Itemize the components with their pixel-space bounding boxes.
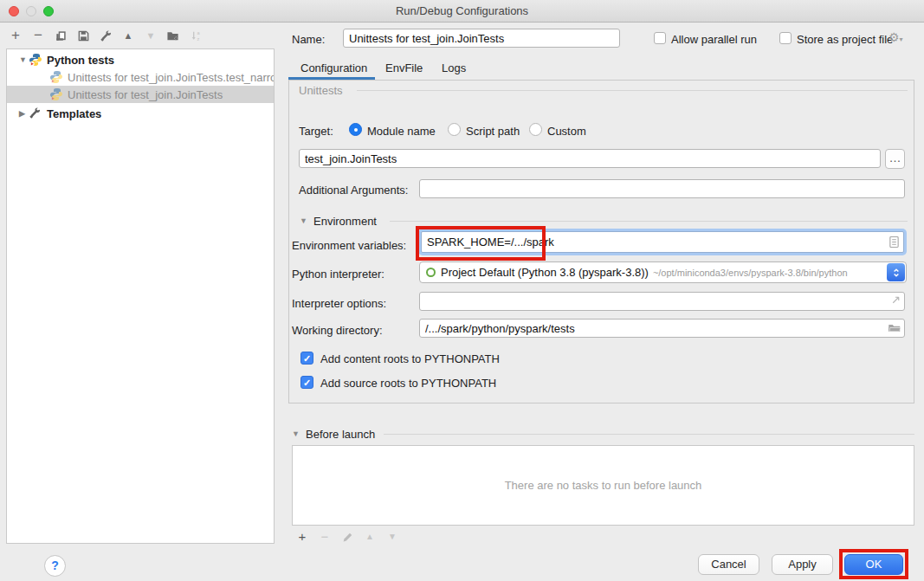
working-directory-input[interactable] (419, 319, 905, 338)
expand-field-icon[interactable] (890, 294, 901, 308)
environment-variables-field-wrap (418, 229, 907, 255)
no-tasks-message: There are no tasks to run before launch (505, 479, 702, 492)
zoom-window-button[interactable] (43, 6, 54, 16)
tree-item-label: Python tests (47, 54, 114, 67)
tree-item-test-narrow[interactable]: Unittests for test_join.JoinTests.test_n… (7, 68, 274, 86)
target-module-name-label: Module name (367, 125, 436, 138)
window-title: Run/Debug Configurations (0, 0, 924, 22)
browse-folder-icon[interactable] (888, 321, 901, 337)
target-label: Target: (299, 125, 333, 138)
ok-button[interactable]: OK (844, 554, 903, 575)
group-separator (357, 90, 908, 91)
allow-parallel-run-checkbox[interactable] (654, 32, 666, 44)
target-custom-label: Custom (547, 125, 586, 138)
interpreter-options-input[interactable] (419, 292, 905, 311)
add-content-roots-label: Add content roots to PYTHONPATH (320, 352, 500, 365)
remove-task-icon: − (318, 529, 332, 545)
interpreter-name: Project Default (Python 3.8 (pyspark-3.8… (441, 266, 649, 279)
name-input[interactable] (343, 29, 620, 48)
chevron-right-icon[interactable]: ▶ (17, 109, 29, 118)
tab-envfile[interactable]: EnvFile (385, 61, 423, 74)
before-launch-collapse-icon[interactable]: ▼ (292, 429, 300, 438)
minimize-window-button[interactable] (26, 6, 36, 16)
environment-group-label: Environment (313, 215, 377, 228)
python-interpreter-label: Python interpreter: (292, 268, 384, 281)
module-name-input[interactable] (299, 149, 881, 168)
additional-arguments-label: Additional Arguments: (299, 184, 408, 197)
target-script-path-radio[interactable] (448, 123, 461, 136)
environment-collapse-icon[interactable]: ▼ (300, 216, 307, 225)
store-as-project-file-label: Store as project file (797, 33, 893, 46)
store-as-project-file-checkbox[interactable] (779, 32, 792, 44)
apply-button[interactable]: Apply (772, 554, 833, 575)
target-script-path-label: Script path (466, 125, 520, 138)
before-launch-task-list: There are no tasks to run before launch (292, 445, 914, 526)
svg-text:z: z (197, 36, 199, 41)
task-up-icon: ▲ (363, 529, 377, 545)
tab-logs[interactable]: Logs (442, 61, 466, 74)
before-launch-label: Before launch (306, 428, 375, 441)
before-launch-toolbar: + − ▲ ▼ (295, 529, 408, 545)
python-test-icon (49, 87, 63, 101)
add-source-roots-label: Add source roots to PYTHONPATH (320, 377, 496, 390)
interpreter-path: ~/opt/miniconda3/envs/pyspark-3.8/bin/py… (653, 268, 848, 278)
chevron-down-icon[interactable]: ▼ (17, 55, 29, 64)
configurations-tree: ▼ Python tests Unittests for test_join.J… (6, 48, 275, 544)
store-options-gear-icon[interactable]: ⚙▾ (888, 30, 903, 44)
tree-item-python-tests[interactable]: ▼ Python tests (7, 51, 274, 68)
task-down-icon: ▼ (385, 529, 399, 545)
python-interpreter-select[interactable]: Project Default (Python 3.8 (pyspark-3.8… (419, 261, 907, 283)
create-folder-icon[interactable] (166, 28, 180, 43)
add-source-roots-checkbox[interactable]: ✓ (300, 376, 313, 389)
save-configuration-icon[interactable] (76, 28, 90, 43)
configurations-toolbar: + − ▲ ▼ az (9, 27, 211, 44)
group-separator (390, 221, 908, 222)
svg-text:a: a (197, 30, 200, 36)
title-bar: Run/Debug Configurations (0, 0, 924, 23)
move-down-icon: ▼ (144, 28, 158, 43)
interpreter-dropdown-spinner-icon[interactable] (887, 263, 905, 281)
remove-configuration-icon[interactable]: − (31, 28, 45, 43)
add-configuration-icon[interactable]: + (9, 28, 23, 43)
edit-templates-icon[interactable] (99, 28, 113, 43)
close-window-button[interactable] (9, 6, 19, 16)
environment-variables-input[interactable] (421, 231, 904, 253)
templates-wrench-icon (29, 107, 42, 120)
edit-task-icon (340, 529, 354, 545)
tree-item-label: Unittests for test_join.JoinTests (68, 88, 223, 101)
unittests-group-label: Unittests (299, 84, 343, 97)
cancel-button[interactable]: Cancel (698, 554, 759, 575)
python-test-icon (49, 70, 63, 84)
environment-variables-label: Environment variables: (292, 239, 406, 252)
add-content-roots-checkbox[interactable]: ✓ (300, 352, 313, 365)
tab-configuration[interactable]: Configuration (300, 61, 367, 74)
target-module-name-radio[interactable] (349, 123, 362, 136)
interpreter-options-label: Interpreter options: (292, 297, 386, 310)
conda-interpreter-icon (426, 268, 436, 277)
tree-item-label: Unittests for test_join.JoinTests.test_n… (68, 71, 274, 84)
copy-configuration-icon[interactable] (54, 28, 68, 43)
working-directory-label: Working directory: (292, 324, 383, 337)
name-label: Name: (292, 33, 325, 46)
tree-item-templates[interactable]: ▶ Templates (7, 105, 274, 122)
tree-item-label: Templates (47, 107, 101, 120)
allow-parallel-run-label: Allow parallel run (671, 33, 757, 46)
help-button[interactable]: ? (44, 555, 66, 577)
group-separator (384, 434, 914, 435)
sort-configurations-icon: az (189, 28, 203, 43)
browse-module-button[interactable]: … (885, 149, 905, 169)
additional-arguments-input[interactable] (419, 179, 905, 198)
move-up-icon[interactable]: ▲ (121, 28, 135, 43)
run-debug-configurations-dialog: Run/Debug Configurations + − ▲ ▼ az ▼ Py (0, 0, 924, 581)
target-custom-radio[interactable] (529, 123, 542, 136)
env-variables-list-icon[interactable] (888, 236, 900, 251)
python-tests-icon (29, 53, 42, 67)
tree-item-jointests-selected[interactable]: Unittests for test_join.JoinTests (7, 86, 274, 103)
add-task-icon[interactable]: + (295, 529, 309, 545)
